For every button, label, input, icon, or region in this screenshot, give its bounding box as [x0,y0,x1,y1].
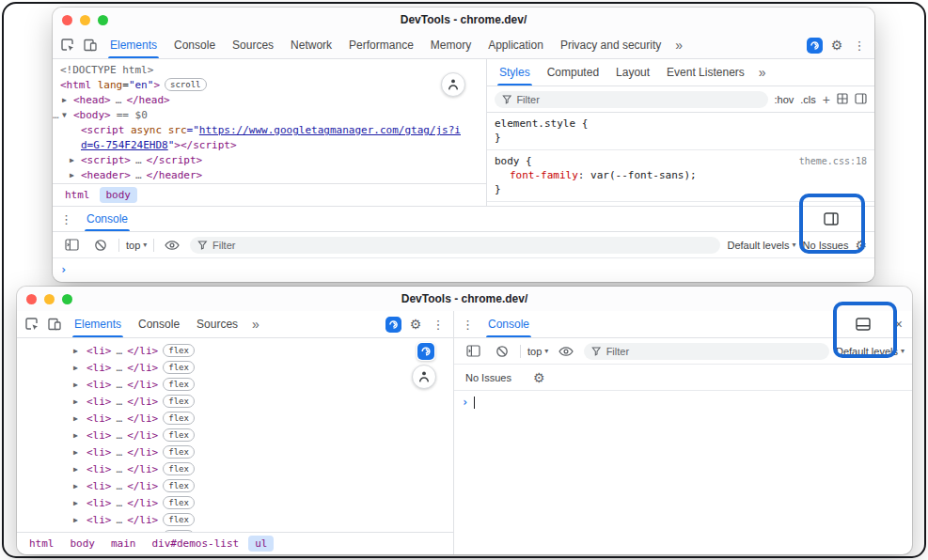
styles-filter-input[interactable] [516,94,760,105]
collapsed-content-ellipsis[interactable]: … [117,396,123,408]
devtools-logo-icon[interactable] [382,313,404,335]
breadcrumb-html[interactable]: html [23,536,61,552]
flex-badge[interactable]: flex [163,428,195,442]
flex-badge[interactable]: flex [163,344,195,357]
live-expression-eye-icon[interactable] [555,340,577,363]
collapsed-content-ellipsis[interactable]: … [117,514,123,526]
flex-badge[interactable]: flex [163,513,195,526]
element-state-button[interactable]: :hov [775,94,794,105]
tab-event-listeners[interactable]: Event Listeners [658,59,753,86]
tree-line-li[interactable]: ▶<li>…</li>flex [17,411,453,428]
tab-console-drawer[interactable]: Console [78,207,136,231]
computed-sidebar-toggle-icon[interactable] [855,91,867,108]
device-toolbar-icon[interactable] [79,34,102,56]
tree-line-html[interactable]: <html lang="en">scroll [53,78,486,93]
collapsed-content-ellipsis[interactable]: … [117,463,123,475]
tab-memory[interactable]: Memory [422,32,480,58]
tree-line-header[interactable]: ▶<header>…</header> [53,168,486,183]
script-src-link[interactable]: https://www.googletagmanager.com/gtag/js… [199,124,461,136]
issues-counter[interactable]: No Issues [465,372,511,383]
breadcrumb-ul[interactable]: ul [248,536,274,552]
expand-arrow-icon[interactable]: ▶ [73,394,87,411]
dock-to-bottom-icon[interactable] [852,313,874,335]
style-rule-body-theme18[interactable]: body {theme.css:18 font-family: var(--fo… [487,150,874,202]
flex-badge[interactable]: flex [163,462,195,475]
grid-editor-icon[interactable] [837,91,848,108]
issues-counter[interactable]: No Issues [803,240,849,251]
tab-console[interactable]: Console [130,311,188,337]
settings-gear-icon[interactable]: ⚙ [404,313,427,335]
expand-arrow-icon[interactable]: ▶ [70,153,81,168]
tree-line-doctype[interactable]: <!DOCTYPE html> [53,63,486,78]
tree-line-li[interactable]: ▶<li>…</li>flex [17,478,453,495]
expand-arrow-icon[interactable]: ▶ [73,428,87,444]
tab-console[interactable]: Console [165,32,224,58]
flex-badge[interactable]: flex [163,412,195,425]
device-toolbar-icon[interactable] [43,313,66,335]
tree-line-li[interactable]: ▶<li>…</li>flex [17,444,453,461]
tab-sources[interactable]: Sources [188,311,246,337]
tab-styles[interactable]: Styles [491,59,539,86]
settings-gear-icon[interactable]: ⚙ [826,34,848,56]
console-sidebar-icon[interactable] [60,234,83,257]
expand-arrow-icon[interactable]: ▶ [73,478,87,495]
tab-application[interactable]: Application [480,32,552,58]
css-property-name[interactable]: font-family [510,169,578,181]
collapsed-content-ellipsis[interactable]: … [135,154,142,166]
tree-line-gtag-script-2[interactable]: d=G-754F24EHD8"></script> [53,138,486,153]
context-selector[interactable]: top▾ [126,240,147,251]
collapse-arrow-icon[interactable]: ▼ [62,108,73,123]
accessibility-icon[interactable] [412,365,436,389]
tab-elements[interactable]: Elements [66,311,130,337]
console-sidebar-icon[interactable] [462,340,484,363]
drawer-overflow-menu-icon[interactable]: ⋮ [60,212,72,226]
expand-arrow-icon[interactable]: ▶ [73,343,87,360]
more-tabs-icon[interactable]: » [246,317,265,332]
collapsed-content-ellipsis[interactable]: … [117,429,123,442]
tab-privacy-security[interactable]: Privacy and security [552,32,669,58]
dock-to-right-icon[interactable] [820,208,842,230]
tab-network[interactable]: Network [282,32,340,58]
tree-line-li[interactable]: ▶<li>…</li>flex [17,512,453,529]
tab-computed[interactable]: Computed [539,59,607,86]
tab-console-panel[interactable]: Console [480,311,538,337]
tree-line-gtag-script-1[interactable]: <script async src="https://www.googletag… [53,123,486,138]
tree-line-li[interactable]: ▶<li>…</li>flex [17,495,453,512]
flex-badge[interactable]: flex [163,395,195,408]
expand-arrow-icon[interactable]: ▶ [73,512,87,529]
tree-line-script[interactable]: ▶<script>…</script> [53,153,486,168]
clear-console-icon[interactable] [491,340,513,363]
more-tabs-icon[interactable]: » [753,65,772,80]
log-levels-dropdown[interactable]: Default levels▾ [836,346,904,357]
rule-selector[interactable]: element.style [495,117,575,130]
expand-arrow-icon[interactable]: ▶ [73,360,87,377]
flex-badge[interactable]: flex [163,361,195,374]
rule-selector[interactable]: body [495,155,520,167]
flex-badge[interactable]: flex [163,378,195,391]
collapsed-content-ellipsis[interactable]: … [116,94,122,106]
expand-arrow-icon[interactable]: ▶ [62,93,73,108]
flex-badge[interactable]: flex [163,479,195,492]
new-style-rule-button[interactable]: + [823,93,830,106]
flex-badge[interactable]: flex [163,530,195,532]
breadcrumb-main[interactable]: main [104,536,143,552]
devtools-logo-icon[interactable] [803,34,826,56]
expand-arrow-icon[interactable]: ▶ [73,444,87,461]
tab-elements[interactable]: Elements [102,32,165,58]
expand-arrow-icon[interactable]: ▶ [73,461,87,478]
log-levels-dropdown[interactable]: Default levels▾ [727,240,795,251]
console-prompt[interactable]: › [53,258,874,282]
tree-line-li[interactable]: ▶<li>…</li>flex [17,529,453,532]
tree-line-li[interactable]: ▶<li>…</li>flex [17,394,453,411]
console-filter-input[interactable] [606,346,822,357]
breadcrumb-html[interactable]: html [58,187,97,203]
tree-line-body[interactable]: …▼<body>== $0 [53,108,486,123]
close-icon[interactable]: × [893,317,904,332]
node-menu-icon[interactable]: … [53,108,62,123]
inspect-icon[interactable] [56,34,79,56]
collapsed-content-ellipsis[interactable]: … [117,531,123,532]
flex-badge[interactable]: flex [163,445,195,459]
expand-arrow-icon[interactable]: ▶ [70,168,81,183]
tab-sources[interactable]: Sources [224,32,282,58]
class-toggle-button[interactable]: .cls [800,94,816,105]
